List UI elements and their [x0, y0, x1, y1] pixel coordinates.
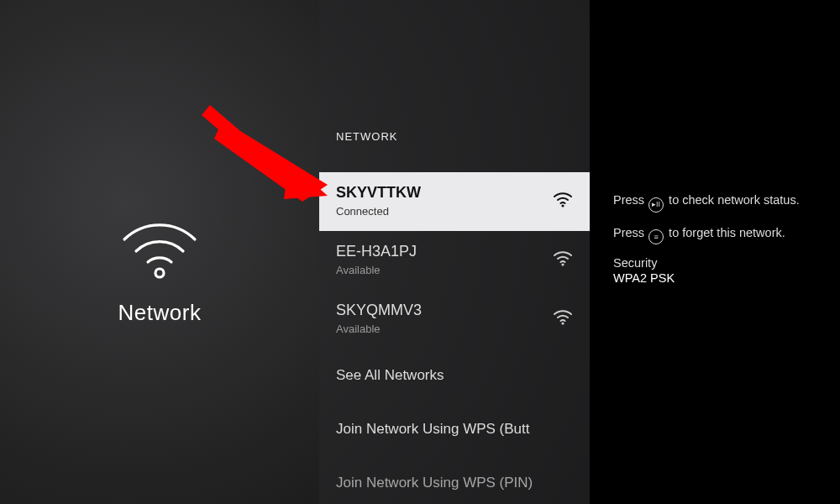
network-name: SKYVTTKW [336, 184, 421, 202]
security-value: WPA2 PSK [613, 271, 800, 285]
wifi-signal-icon [553, 308, 573, 328]
network-status: Available [336, 264, 417, 276]
security-info: Security WPA2 PSK [613, 256, 800, 285]
svg-point-3 [561, 322, 564, 324]
svg-point-1 [561, 204, 564, 207]
wifi-signal-icon [553, 191, 573, 211]
svg-point-2 [561, 263, 564, 265]
tip-forget-network: Press ≡ to forget this network. [613, 224, 800, 245]
join-wps-pin[interactable]: Join Network Using WPS (PIN) [319, 456, 590, 504]
security-label: Security [613, 256, 800, 270]
tip-check-status: Press ▸II to check network status. [613, 192, 800, 213]
svg-point-0 [155, 269, 164, 277]
network-status: Connected [336, 205, 421, 218]
join-wps-button[interactable]: Join Network Using WPS (Butt [319, 402, 590, 456]
wifi-icon [109, 206, 210, 285]
network-item-eeh3a1pj[interactable]: EE-H3A1PJ Available [319, 231, 590, 290]
wifi-signal-icon [553, 249, 573, 270]
network-status: Available [336, 323, 422, 335]
network-list-panel: NETWORK SKYVTTKW Connected EE-H3A1PJ Ava… [319, 0, 590, 504]
network-name: EE-H3A1PJ [336, 243, 417, 260]
play-pause-icon: ▸II [648, 197, 664, 213]
network-name: SKYQMMV3 [336, 302, 422, 319]
left-panel: Network [0, 0, 319, 504]
detail-panel: Press ▸II to check network status. Press… [590, 0, 840, 504]
page-title: Network [0, 300, 319, 326]
network-list: SKYVTTKW Connected EE-H3A1PJ Available S… [319, 172, 590, 504]
menu-icon: ≡ [648, 229, 664, 244]
network-item-skyvttkw[interactable]: SKYVTTKW Connected [319, 172, 590, 231]
see-all-networks[interactable]: See All Networks [319, 349, 590, 402]
section-header: NETWORK [319, 130, 414, 143]
network-item-skyqmmv3[interactable]: SKYQMMV3 Available [319, 290, 590, 349]
